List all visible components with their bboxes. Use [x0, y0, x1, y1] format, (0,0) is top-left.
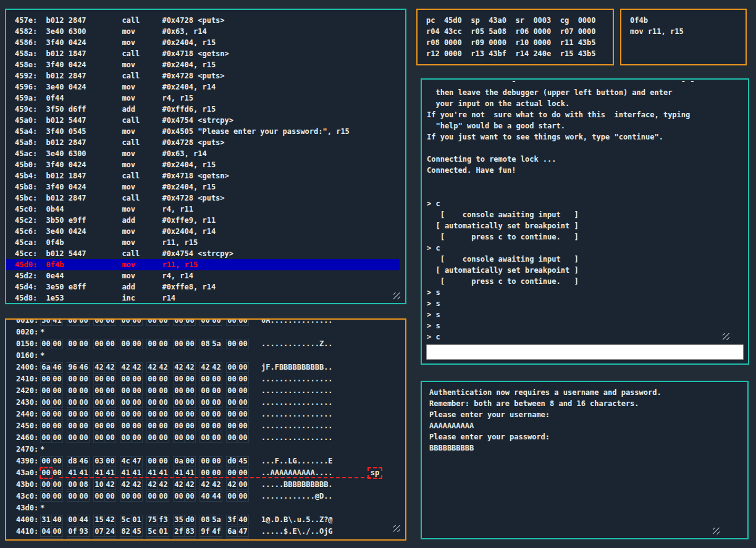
memory-byte-cell: 00: [104, 433, 116, 443]
memory-byte-cell: 82: [120, 526, 132, 537]
disassembly-line[interactable]: 45ac: 3e40 6300 mov #0x63, r14: [6, 148, 400, 159]
disassembly-line[interactable]: 458a: b012 1847 call #0x4718 <getsn>: [6, 48, 400, 59]
memory-byte-cell: 00: [146, 318, 158, 326]
resize-grip[interactable]: [393, 525, 400, 532]
disassembly-line[interactable]: 4586: 3f40 0424 mov #0x2404, r15: [6, 37, 400, 48]
memory-word-group: 0000: [173, 397, 196, 409]
memory-byte-cell: 00: [78, 397, 90, 408]
memory-byte-cell: 42: [104, 480, 116, 490]
disassembly-line[interactable]: 45c6: 3e40 0424 mov #0x2404, r14: [6, 226, 400, 237]
disassembly-line[interactable]: 45cc: b012 5447 call #0x4754 <strcpy>: [6, 248, 400, 259]
memory-address: 4390:: [16, 455, 40, 467]
disassembly-line[interactable]: 45d8: 1e53 inc r14: [6, 293, 400, 304]
disassembly-line[interactable]: 459a: 0f44 mov r4, r15: [6, 93, 400, 104]
memory-byte-cell: 00: [51, 526, 63, 537]
memory-byte-cell: d0: [226, 456, 238, 467]
disassembly-line-current[interactable]: 45d0: 0f4b mov r11, r15: [6, 259, 400, 270]
memory-byte-cell: 00: [67, 409, 78, 420]
disassembly-line[interactable]: 45a0: b012 5447 call #0x4754 <strcpy>: [6, 115, 400, 126]
memory-byte-cell: 42: [104, 538, 116, 541]
memory-row: 43b0:00000008104242424242424242424200...…: [6, 479, 405, 491]
memory-word-group: 0000: [173, 373, 196, 385]
memory-word-group: 0000: [40, 479, 63, 491]
memory-word-group: 0f93: [67, 526, 90, 538]
memory-word-group: 2542: [93, 538, 116, 541]
resize-grip[interactable]: [393, 293, 400, 299]
memory-word-group: 0000: [67, 373, 90, 385]
memory-byte-cell: 00: [173, 421, 185, 431]
memory-word-group: 0000: [40, 420, 63, 432]
memory-byte-cell: 00: [146, 421, 158, 431]
memory-row: 43c0:00000000000000000000000040440000...…: [6, 491, 405, 502]
disassembly-line[interactable]: 45b4: b012 1847 call #0x4718 <getsn>: [6, 170, 400, 181]
console-line: [ press c to continue. ]: [427, 231, 748, 243]
disassembly-line[interactable]: 4596: 3e40 0424 mov #0x2404, r14: [6, 81, 400, 93]
memory-address: 2400:: [16, 362, 40, 373]
disassembly-line[interactable]: 45b8: 3f40 0424 mov #0x2404, r15: [6, 181, 400, 193]
memory-byte-cell: 00: [200, 318, 211, 326]
memory-byte-cell: 83: [184, 526, 196, 537]
disassembly-line[interactable]: 457e: b012 2847 call #0x4728 <puts>: [6, 15, 400, 26]
memory-byte-cell: 00: [51, 397, 63, 408]
memory-byte-cell: 00: [104, 386, 116, 396]
disassembly-line[interactable]: 45bc: b012 2847 call #0x4728 <puts>: [6, 193, 400, 204]
memory-byte-cell: 00: [93, 339, 105, 349]
memory-word-group: 3f40: [226, 514, 249, 526]
memory-word-group: 0400: [40, 526, 63, 538]
memory-byte-cell: 00: [158, 421, 169, 431]
memory-byte-cell: 00: [158, 386, 169, 396]
memory-word-group: 0000: [93, 432, 116, 444]
memory-word-group: 0044: [67, 514, 90, 526]
memory-byte-cell: 00: [131, 433, 143, 443]
memory-byte-cell: 42: [226, 480, 238, 490]
disassembly-line[interactable]: 45a4: 3f40 0545 mov #0x4505 "Please ente…: [6, 126, 400, 137]
disassembly-line[interactable]: 45c2: 3b50 e9ff add #0xffe9, r11: [6, 215, 400, 226]
memory-word-group: 0000: [173, 318, 196, 326]
disassembly-line[interactable]: 458e: 3f40 0424 mov #0x2404, r15: [6, 59, 400, 70]
disassembly-line[interactable]: 4582: 3e40 6300 mov #0x63, r14: [6, 26, 400, 37]
memory-word-group: 0000: [200, 455, 222, 467]
memory-row: 0010:304100000000000000000000000000000A.…: [6, 318, 405, 326]
disassembly-line[interactable]: 4592: b012 2847 call #0x4728 <puts>: [6, 70, 400, 81]
memory-word-group: 0000: [226, 432, 249, 444]
memory-byte-cell: 00: [67, 433, 78, 443]
memory-word-group: 5c01: [146, 526, 169, 538]
memory-ascii: jF.FBBBBBBBBBB..: [261, 363, 333, 372]
disassembly-line[interactable]: 45b0: 3f40 0424 mov #0x2404, r15: [6, 159, 400, 170]
memory-byte-cell: 00: [93, 374, 105, 384]
memory-byte-cell: 42: [131, 480, 143, 490]
memory-word-group: 0000: [93, 409, 116, 420]
memory-word-group: 0000: [67, 397, 90, 409]
memory-address: 43c0:: [16, 491, 40, 502]
disassembly-line[interactable]: 45ca: 0f4b mov r11, r15: [6, 237, 400, 248]
resize-grip[interactable]: [713, 528, 720, 534]
memory-byte-cell: 46: [51, 362, 63, 373]
memory-address: 2410:: [16, 373, 40, 385]
memory-byte-cell: 00: [93, 409, 105, 420]
memory-byte-cell: 00: [184, 397, 196, 408]
memory-word-group: 0000: [146, 338, 169, 350]
memory-word-group: 4200: [226, 479, 249, 491]
disassembly-line[interactable]: 45c0: 0b44 mov r4, r11: [6, 204, 400, 215]
memory-ascii: ..AAAAAAAAAA....: [261, 468, 333, 477]
memory-word-group: 0000: [40, 373, 63, 385]
memory-word-group: 0000: [93, 491, 116, 502]
disassembly-line[interactable]: 459c: 3f50 d6ff add #0xffd6, r15: [6, 104, 400, 115]
sp-pointer-label: sp: [368, 467, 382, 479]
memory-byte-cell: 00: [158, 491, 169, 502]
register-values: pc 45d0 sp 43a0 sr 0003 cg 0000r04 43cc …: [418, 10, 613, 59]
memory-byte-cell: 00: [120, 386, 132, 396]
resize-grip[interactable]: [723, 333, 729, 340]
memory-address: 2450:: [16, 420, 40, 432]
memory-address: 43d0:: [16, 502, 40, 514]
memory-byte-cell: 00: [226, 374, 238, 384]
memory-byte-cell: 00: [120, 318, 132, 326]
memory-byte-cell: 00: [40, 468, 52, 478]
disassembly-line[interactable]: 45a8: b012 2847 call #0x4728 <puts>: [6, 137, 400, 148]
debugger-input[interactable]: [426, 344, 744, 360]
memory-address: 0010:: [16, 318, 40, 326]
disassembly-line[interactable]: 45d2: 0e44 mov r4, r14: [6, 270, 400, 281]
memory-word-group: 0000: [146, 420, 169, 432]
memory-row: 0150:000000000000000000000000085a0000...…: [6, 338, 405, 350]
disassembly-line[interactable]: 45d4: 3e50 e8ff add #0xffe8, r14: [6, 281, 400, 293]
